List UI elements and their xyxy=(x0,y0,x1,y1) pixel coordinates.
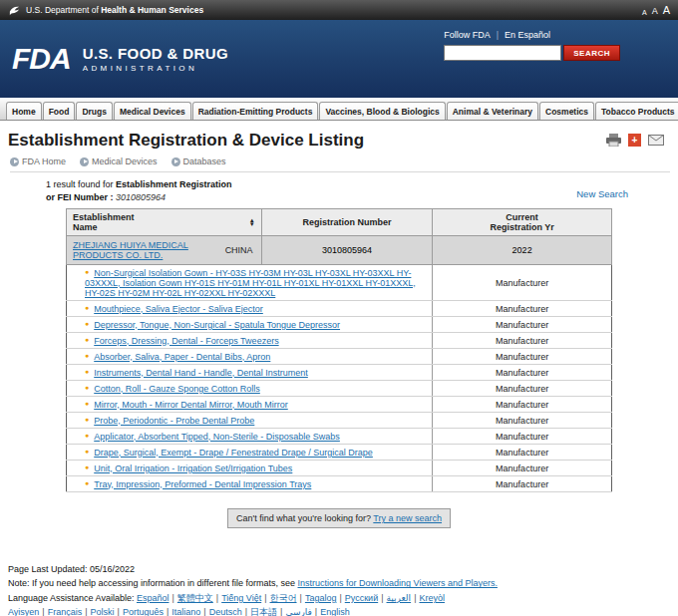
column-header-registration: Registration Number xyxy=(261,209,433,236)
agency-name-line2: ADMINISTRATION xyxy=(83,64,228,73)
sort-icon[interactable]: ▲ ▼ xyxy=(249,218,255,227)
font-size-control[interactable]: A xyxy=(663,5,670,16)
nav-tab-animal-veterinary[interactable]: Animal & Veterinary xyxy=(447,102,538,120)
language-link-8[interactable]: Français xyxy=(48,607,83,616)
device-link[interactable]: Cotton, Roll - Gauze Sponge Cotton Rolls xyxy=(94,384,260,394)
language-link-3[interactable]: 한국어 xyxy=(270,593,297,603)
language-link-2[interactable]: Tiếng Việt xyxy=(221,593,261,603)
try-new-search-link[interactable]: Try a new search xyxy=(373,513,442,523)
language-link-1[interactable]: 繁體中文 xyxy=(177,593,213,603)
main-nav: HomeFoodDrugsMedical DevicesRadiation-Em… xyxy=(0,98,678,121)
agency-name-line1: U.S. FOOD & DRUG xyxy=(83,45,228,62)
page-last-updated: Page Last Updated: 05/16/2022 xyxy=(8,562,670,576)
sort-down-icon: ▼ xyxy=(249,222,255,227)
language-separator: | xyxy=(315,607,317,616)
nav-tab-radiation-emitting-products[interactable]: Radiation-Emitting Products xyxy=(192,102,319,120)
device-link[interactable]: Non-Surgical Isolation Gown - HY-03S HY-… xyxy=(85,268,416,298)
language-separator: | xyxy=(167,607,169,616)
device-row: ●Drape, Surgical, Exempt - Drape / Fenes… xyxy=(67,445,612,461)
language-separator: | xyxy=(118,607,120,616)
bullet-icon: ● xyxy=(85,432,89,439)
device-name-cell: ●Drape, Surgical, Exempt - Drape / Fenes… xyxy=(67,445,433,461)
language-link-0[interactable]: Español xyxy=(137,593,170,603)
device-row: ●Unit, Oral Irrigation - Irrigation Set/… xyxy=(67,461,612,476)
language-link-10[interactable]: Português xyxy=(123,607,164,616)
new-search-link[interactable]: New Search xyxy=(576,187,628,204)
language-link-4[interactable]: Tagalog xyxy=(305,593,337,603)
nav-tab-food[interactable]: Food xyxy=(43,102,76,120)
establishment-header-label: Establishment Name xyxy=(73,212,145,232)
nav-tab-cosmetics[interactable]: Cosmetics xyxy=(539,102,594,120)
language-link-11[interactable]: Italiano xyxy=(171,607,200,616)
device-role: Manufacturer xyxy=(433,429,612,445)
nav-tab-medical-devices[interactable]: Medical Devices xyxy=(114,102,191,120)
nav-tab-drugs[interactable]: Drugs xyxy=(76,102,113,120)
cant-find-text: Can't find what you're looking for? xyxy=(236,513,371,523)
device-link[interactable]: Unit, Oral Irrigation - Irrigation Set/I… xyxy=(94,463,292,473)
device-name-cell: ●Instruments, Dental Hand - Handle, Dent… xyxy=(67,365,433,381)
column-header-establishment[interactable]: Establishment Name ▲ ▼ xyxy=(67,209,262,236)
breadcrumb-arrow-icon xyxy=(10,157,19,166)
follow-row: Follow FDA|En Español xyxy=(444,30,620,40)
language-link-5[interactable]: Русский xyxy=(345,593,378,603)
bullet-icon: ● xyxy=(85,304,89,311)
follow-fda-link[interactable]: Follow FDA xyxy=(444,30,491,40)
language-assistance-line: Language Assistance Available: Español|繁… xyxy=(8,591,670,616)
device-link[interactable]: Mouthpiece, Saliva Ejector - Saliva Ejec… xyxy=(94,304,263,314)
instructions-link[interactable]: Instructions for Downloading Viewers and… xyxy=(298,578,498,588)
font-size-control[interactable]: A xyxy=(642,9,647,16)
device-link[interactable]: Probe, Periodontic - Probe Dental Probe xyxy=(94,416,254,426)
breadcrumb-item: Medical Devices xyxy=(80,156,158,166)
device-link[interactable]: Instruments, Dental Hand - Handle, Denta… xyxy=(94,368,308,378)
bullet-icon: ● xyxy=(85,320,89,327)
content: Establishment Registration & Device List… xyxy=(0,121,678,528)
fda-logo[interactable]: FDA xyxy=(12,42,71,76)
device-role: Manufacturer xyxy=(433,365,612,381)
language-link-14[interactable]: فارسی xyxy=(285,607,311,616)
device-role: Manufacturer xyxy=(433,397,612,413)
nav-tab-home[interactable]: Home xyxy=(6,102,42,120)
language-separator: | xyxy=(339,593,341,603)
fei-label: or FEI Number : xyxy=(46,192,116,202)
device-link[interactable]: Drape, Surgical, Exempt - Drape / Fenest… xyxy=(94,448,373,458)
device-role: Manufacturer xyxy=(433,349,612,365)
device-name-cell: ●Depressor, Tongue, Non-Surgical - Spatu… xyxy=(67,317,433,333)
device-link[interactable]: Applicator, Absorbent Tipped, Non-Steril… xyxy=(94,432,340,442)
search-button[interactable]: SEARCH xyxy=(563,45,620,61)
search-input[interactable] xyxy=(444,45,561,61)
language-separator: | xyxy=(414,593,416,603)
footer-text: Page Last Updated: 05/16/2022 Note: If y… xyxy=(0,562,678,616)
language-link-13[interactable]: 日本語 xyxy=(250,607,277,616)
establishment-name-link[interactable]: ZHEJIANG HUIYA MEDICAL PRODUCTS CO. LTD. xyxy=(73,240,192,260)
breadcrumb-link-fda-home[interactable]: FDA Home xyxy=(22,156,66,166)
nav-tab-vaccines-blood-biologics[interactable]: Vaccines, Blood & Biologics xyxy=(319,102,445,120)
device-row: ●Forceps, Dressing, Dental - Forceps Twe… xyxy=(67,333,612,349)
device-name-cell: ●Cotton, Roll - Gauze Sponge Cotton Roll… xyxy=(67,381,433,397)
language-link-6[interactable]: العربية xyxy=(387,593,412,603)
email-icon[interactable] xyxy=(648,135,664,146)
device-link[interactable]: Tray, Impression, Preformed - Dental Imp… xyxy=(94,479,311,489)
share-icon[interactable]: + xyxy=(628,134,641,147)
device-link[interactable]: Depressor, Tongue, Non-Surgical - Spatul… xyxy=(94,320,340,330)
device-row: ●Tray, Impression, Preformed - Dental Im… xyxy=(67,476,612,492)
establishment-row: ZHEJIANG HUIYA MEDICAL PRODUCTS CO. LTD.… xyxy=(67,236,612,265)
bullet-icon: ● xyxy=(85,384,89,391)
hhs-dept-bold[interactable]: Health & Human Services xyxy=(101,5,203,15)
results-type: Establishment Registration xyxy=(116,179,232,189)
cant-find-box: Can't find what you're looking for? Try … xyxy=(227,508,451,528)
device-row: ●Cotton, Roll - Gauze Sponge Cotton Roll… xyxy=(67,381,612,397)
nav-tab-tobacco-products[interactable]: Tobacco Products xyxy=(595,102,678,120)
font-size-control[interactable]: A xyxy=(652,7,658,16)
breadcrumb-link-medical-devices[interactable]: Medical Devices xyxy=(92,156,158,166)
en-espanol-link[interactable]: En Español xyxy=(505,30,550,40)
language-link-12[interactable]: Deutsch xyxy=(209,607,242,616)
device-link[interactable]: Forceps, Dressing, Dental - Forceps Twee… xyxy=(94,336,278,346)
breadcrumb-link-databases[interactable]: Databases xyxy=(183,156,226,166)
print-icon[interactable] xyxy=(606,134,621,147)
device-row: ●Mirror, Mouth - Mirror Dental Mirror, M… xyxy=(67,397,612,413)
language-link-15[interactable]: English xyxy=(320,607,350,616)
device-link[interactable]: Absorber, Saliva, Paper - Dental Bibs, A… xyxy=(94,352,270,362)
language-link-9[interactable]: Polski xyxy=(91,607,115,616)
device-role: Manufacturer xyxy=(433,265,612,301)
device-link[interactable]: Mirror, Mouth - Mirror Dental Mirror, Mo… xyxy=(94,400,288,410)
